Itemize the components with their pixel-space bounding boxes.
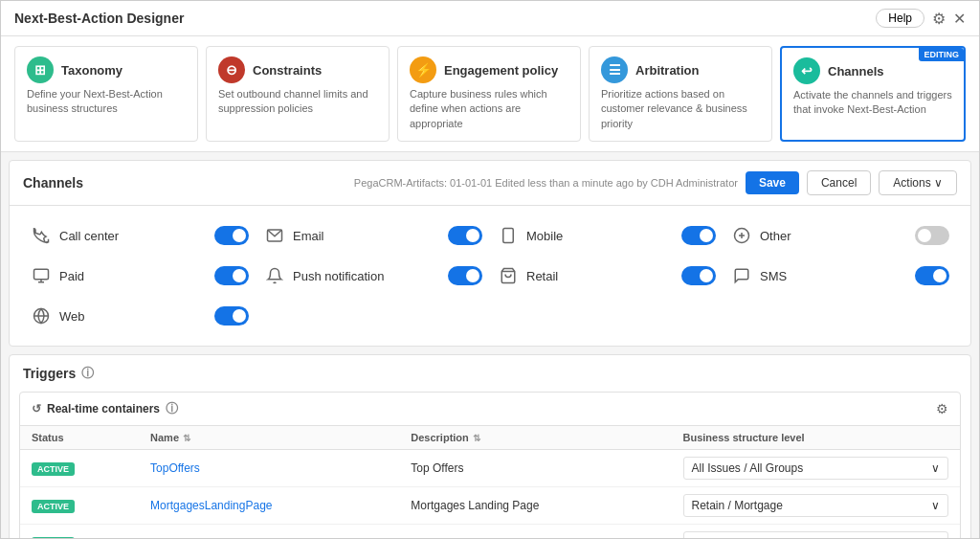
retail-icon — [498, 265, 519, 286]
other-label: Other — [760, 229, 907, 243]
email-toggle[interactable] — [448, 226, 482, 245]
email-label: Email — [293, 229, 440, 243]
row-status-3: ACTIVE — [20, 525, 139, 538]
step-arbitration[interactable]: ☰ Arbitration Prioritize actions based o… — [589, 46, 772, 142]
editing-badge: EDITING — [919, 48, 964, 61]
channel-grid: Call center Email — [10, 206, 970, 346]
paid-label: Paid — [59, 269, 207, 283]
title-bar: Next-Best-Action Designer Help ⚙ ✕ — [1, 1, 979, 36]
arbitration-label: Arbitration — [635, 63, 699, 78]
constraints-label: Constraints — [253, 63, 322, 78]
web-label: Web — [59, 309, 207, 324]
channels-header-right: PegaCRM-Artifacts: 01-01-01 Edited less … — [354, 170, 957, 195]
channel-item-web: Web — [23, 296, 256, 336]
engagement-desc: Capture business rules which define when… — [410, 87, 568, 131]
channel-item-sms: SMS — [724, 256, 957, 296]
push-toggle[interactable] — [448, 266, 482, 285]
call-center-toggle[interactable] — [214, 226, 249, 245]
channel-item-call-center: Call center — [23, 215, 256, 256]
row-bsl-1: All Issues / All Groups ∨ — [672, 450, 961, 487]
table-row: ACTIVE MortgagesLandingPage Mortgages La… — [20, 487, 960, 525]
steps-bar: ⊞ Taxonomy Define your Next-Best-Action … — [1, 36, 979, 152]
sms-toggle[interactable] — [915, 266, 949, 285]
rtc-table: Status Name⇅ Description⇅ Business struc… — [20, 426, 960, 538]
channel-item-email: Email — [256, 215, 490, 256]
row-desc-1: Top Offers — [399, 450, 671, 487]
call-center-label: Call center — [59, 229, 207, 243]
bsl-select-3[interactable]: Sales / CreditCards ∨ — [683, 531, 949, 538]
step-taxonomy[interactable]: ⊞ Taxonomy Define your Next-Best-Action … — [14, 46, 198, 142]
rtc-title-label: Real-time containers — [47, 402, 160, 415]
col-header-bsl: Business structure level — [672, 426, 961, 450]
close-button[interactable]: ✕ — [953, 10, 966, 28]
web-toggle[interactable] — [214, 306, 249, 326]
paid-toggle[interactable] — [214, 266, 249, 285]
retail-toggle[interactable] — [681, 266, 716, 285]
push-label: Push notification — [293, 269, 440, 283]
other-icon — [731, 225, 752, 246]
row-name-link-3[interactable]: AccountCreditCards — [150, 536, 253, 538]
active-badge: ACTIVE — [32, 537, 75, 538]
retail-label: Retail — [526, 269, 674, 283]
channel-item-retail: Retail — [490, 256, 724, 296]
col-header-description: Description⇅ — [399, 426, 671, 450]
col-header-name: Name⇅ — [139, 426, 399, 450]
channel-item-mobile: Mobile — [490, 215, 724, 256]
web-icon — [31, 305, 52, 326]
chevron-down-icon: ∨ — [931, 499, 940, 512]
mobile-toggle[interactable] — [681, 226, 716, 245]
row-name-2: MortgagesLandingPage — [139, 487, 399, 525]
row-name-link-2[interactable]: MortgagesLandingPage — [150, 499, 272, 512]
arbitration-icon: ☰ — [601, 56, 628, 83]
rtc-gear-icon[interactable]: ⚙ — [936, 401, 948, 416]
channels-meta: PegaCRM-Artifacts: 01-01-01 Edited less … — [354, 177, 738, 189]
table-row: ACTIVE AccountCreditCards Account Credit… — [20, 525, 960, 538]
active-badge: ACTIVE — [32, 462, 75, 476]
triggers-help-icon[interactable]: ⓘ — [81, 365, 94, 382]
step-engagement[interactable]: ⚡ Engagement policy Capture business rul… — [397, 46, 581, 142]
actions-button[interactable]: Actions ∨ — [879, 170, 957, 195]
mobile-icon — [498, 225, 519, 246]
save-button[interactable]: Save — [746, 171, 799, 194]
name-sort-icon[interactable]: ⇅ — [183, 433, 190, 443]
arbitration-desc: Prioritize actions based on customer rel… — [601, 87, 760, 131]
channels-section: Channels PegaCRM-Artifacts: 01-01-01 Edi… — [9, 160, 971, 347]
triggers-title: Triggers — [23, 366, 76, 381]
row-name-3: AccountCreditCards — [139, 525, 399, 538]
engagement-icon: ⚡ — [410, 56, 436, 83]
sms-label: SMS — [760, 269, 907, 283]
call-center-icon — [31, 225, 52, 246]
bsl-select-1[interactable]: All Issues / All Groups ∨ — [683, 457, 949, 480]
rtc-container: ↺ Real-time containers ⓘ ⚙ Status Na — [19, 392, 961, 538]
channel-item-push: Push notification — [256, 256, 490, 296]
cancel-button[interactable]: Cancel — [807, 170, 871, 195]
col-header-status: Status — [20, 426, 139, 450]
row-name-link-1[interactable]: TopOffers — [150, 461, 200, 475]
triggers-header: Triggers ⓘ — [10, 355, 970, 388]
step-channels[interactable]: EDITING ↩ Channels Activate the channels… — [780, 46, 966, 142]
constraints-icon: ⊖ — [218, 56, 245, 83]
row-status-1: ACTIVE — [20, 450, 139, 487]
help-button[interactable]: Help — [876, 9, 924, 28]
bsl-select-2[interactable]: Retain / Mortgage ∨ — [683, 494, 949, 517]
engagement-label: Engagement policy — [444, 63, 558, 78]
app-title: Next-Best-Action Designer — [14, 11, 184, 26]
channels-step-label: Channels — [828, 64, 884, 79]
title-bar-actions: Help ⚙ ✕ — [876, 9, 966, 28]
other-toggle[interactable] — [915, 226, 949, 245]
channel-item-paid: Paid — [23, 256, 256, 296]
rtc-help-icon[interactable]: ⓘ — [166, 400, 178, 417]
settings-button[interactable]: ⚙ — [932, 10, 946, 28]
row-status-2: ACTIVE — [20, 487, 139, 525]
channels-section-title: Channels — [23, 175, 83, 191]
email-icon — [264, 225, 285, 246]
constraints-desc: Set outbound channel limits and suppress… — [218, 87, 377, 117]
channels-step-desc: Activate the channels and triggers that … — [793, 88, 952, 118]
taxonomy-label: Taxonomy — [61, 63, 122, 78]
rtc-header: ↺ Real-time containers ⓘ ⚙ — [20, 393, 960, 426]
row-desc-3: Account Credit Cards — [399, 525, 671, 538]
active-badge: ACTIVE — [32, 500, 75, 513]
step-constraints[interactable]: ⊖ Constraints Set outbound channel limit… — [206, 46, 390, 142]
table-row: ACTIVE TopOffers Top Offers All Issues /… — [20, 450, 960, 487]
desc-sort-icon[interactable]: ⇅ — [473, 433, 480, 443]
